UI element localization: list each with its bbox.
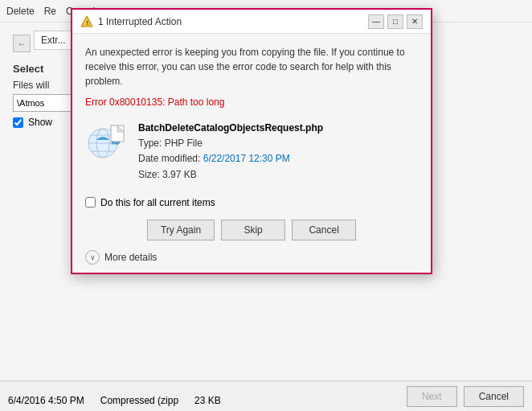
file-type: Type: PHP File bbox=[138, 136, 323, 151]
bg-bottom-bar: 6/4/2016 4:50 PM Compressed (zipp 23 KB … bbox=[0, 380, 532, 411]
bg-cancel-btn[interactable]: Cancel bbox=[464, 386, 524, 407]
back-arrow-icon: ← bbox=[18, 39, 26, 48]
dialog-title-left: ! 1 Interrupted Action bbox=[80, 15, 182, 28]
more-details-label: More details bbox=[104, 252, 157, 263]
dialog-body: An unexpected error is keeping you from … bbox=[72, 34, 431, 273]
dialog-file-info: PHP BatchDeleteCatalogObjectsRequest.php… bbox=[85, 117, 418, 186]
dialog-try-again-btn[interactable]: Try Again bbox=[147, 220, 215, 240]
dialog-title-controls: — □ ✕ bbox=[368, 14, 423, 29]
bg-show-checkbox[interactable] bbox=[13, 117, 23, 128]
file-icon-container: PHP bbox=[85, 121, 127, 162]
dialog-minimize-btn[interactable]: — bbox=[368, 14, 384, 29]
file-name: BatchDeleteCatalogObjectsRequest.php bbox=[138, 121, 323, 136]
bg-show-label: Show bbox=[28, 117, 52, 128]
chevron-down-icon: ∨ bbox=[85, 250, 100, 265]
bg-delete-label: Delete bbox=[6, 6, 35, 17]
dialog-warning-icon: ! bbox=[80, 15, 93, 28]
dialog-title-text: 1 Interrupted Action bbox=[98, 16, 182, 27]
svg-text:PHP: PHP bbox=[112, 141, 121, 146]
dialog-titlebar: ! 1 Interrupted Action — □ ✕ bbox=[72, 10, 431, 34]
file-modified-date: 6/22/2017 12:30 PM bbox=[203, 153, 290, 164]
dialog-skip-btn[interactable]: Skip bbox=[221, 220, 285, 240]
bg-back-btn[interactable]: ← bbox=[13, 35, 31, 52]
interrupted-action-dialog: ! 1 Interrupted Action — □ ✕ An unexpect… bbox=[71, 8, 432, 274]
bg-type-text: Compressed (zipp bbox=[100, 395, 178, 406]
bg-re-label: Re bbox=[44, 6, 56, 17]
file-modified: Date modified: 6/22/2017 12:30 PM bbox=[138, 151, 323, 166]
dialog-close-btn[interactable]: ✕ bbox=[407, 14, 423, 29]
bg-bottom-info: 6/4/2016 4:50 PM Compressed (zipp 23 KB bbox=[8, 395, 221, 406]
bg-size-text: 23 KB bbox=[194, 395, 221, 406]
dialog-buttons: Try Again Skip Cancel bbox=[85, 220, 418, 240]
svg-text:!: ! bbox=[87, 19, 89, 27]
dialog-error-message: An unexpected error is keeping you from … bbox=[85, 45, 418, 88]
bg-date-text: 6/4/2016 4:50 PM bbox=[8, 395, 84, 406]
dialog-more-details[interactable]: ∨ More details bbox=[85, 250, 418, 265]
dialog-cancel-btn[interactable]: Cancel bbox=[292, 220, 356, 240]
dialog-checkbox-row: Do this for all current items bbox=[85, 197, 418, 208]
bg-next-btn[interactable]: Next bbox=[407, 386, 457, 407]
file-size: Size: 3.97 KB bbox=[138, 167, 323, 183]
dialog-error-code: Error 0x80010135: Path too long bbox=[85, 97, 418, 108]
php-file-icon: PHP bbox=[85, 121, 127, 162]
file-details: BatchDeleteCatalogObjectsRequest.php Typ… bbox=[138, 121, 323, 183]
dialog-checkbox-label: Do this for all current items bbox=[100, 197, 215, 208]
dialog-all-items-checkbox[interactable] bbox=[85, 197, 96, 208]
dialog-restore-btn[interactable]: □ bbox=[387, 14, 403, 29]
